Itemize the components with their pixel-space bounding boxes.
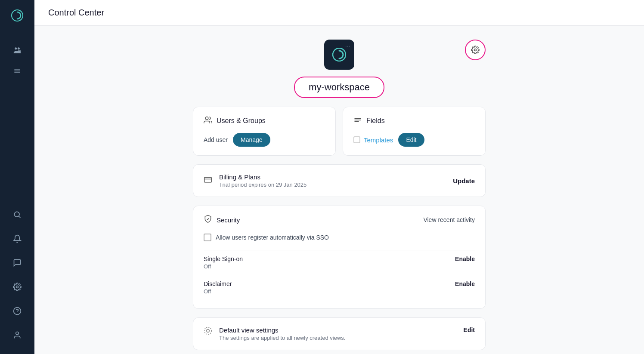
settings-gear-button[interactable] [465,40,486,60]
sso-auto-register-label: Allow users register automatically via S… [216,234,329,241]
page-title: Control Center [48,8,104,18]
default-view-info: Default view settings The settings are a… [219,326,457,341]
content-area: ··· my-workspace [34,26,644,354]
workspace-header: ··· my-workspace [193,40,486,98]
chat-icon[interactable] [9,254,26,271]
main-content: Control Center ··· my-workspace [34,0,644,354]
svg-point-10 [16,286,19,288]
disclaimer-info: Disclaimer Off [204,280,232,295]
list-icon[interactable] [9,62,26,80]
sidebar [0,0,34,354]
templates-check[interactable]: Templates [353,136,393,144]
sso-enable-button[interactable]: Enable [455,255,475,262]
svg-point-16 [205,117,208,120]
templates-label: Templates [364,136,393,144]
sso-title: Single Sign-on [204,255,243,262]
svg-rect-20 [204,177,212,182]
svg-point-23 [207,329,210,332]
sso-row: Single Sign-on Off Enable [204,250,475,275]
sso-auto-register-row: Allow users register automatically via S… [204,234,475,241]
search-icon[interactable] [9,206,26,223]
disclaimer-status: Off [204,288,232,295]
edit-fields-button[interactable]: Edit [398,133,424,147]
disclaimer-row: Disclaimer Off Enable [204,275,475,300]
gear-icon[interactable] [9,278,26,296]
fields-title: Fields [366,117,385,125]
sso-auto-register-checkbox[interactable] [204,234,211,241]
logo-icon[interactable] [9,7,26,24]
fields-card: Fields Templates Edit [343,107,486,156]
templates-checkbox[interactable] [353,136,360,143]
workspace-icon: ··· [324,40,354,70]
security-title-row: Security [204,215,240,225]
help-icon[interactable] [9,302,26,320]
default-view-inner: Default view settings The settings are a… [204,326,475,341]
disclaimer-title: Disclaimer [204,280,232,287]
billing-title: Billing & Plans [219,173,446,181]
users-groups-header: Users & Groups [204,116,325,126]
svg-point-2 [18,47,20,49]
cards-row-top: Users & Groups Add user Manage [193,107,486,156]
users-list-icon[interactable] [9,42,26,59]
svg-point-13 [16,332,19,335]
security-header: Security View recent activity [204,215,475,225]
default-view-subtitle: The settings are applied to all newly cr… [219,335,457,341]
billing-update-button[interactable]: Update [453,177,475,185]
workspace-dots: ··· [345,43,351,49]
disclaimer-enable-button[interactable]: Enable [455,280,475,287]
billing-subtitle: Trial period expires on 29 Jan 2025 [219,182,446,188]
default-view-edit-button[interactable]: Edit [464,326,475,333]
security-title: Security [217,216,240,224]
svg-point-1 [15,47,17,49]
bell-icon[interactable] [9,230,26,247]
svg-point-22 [204,327,212,335]
view-recent-activity-button[interactable]: View recent activity [423,216,475,223]
users-groups-card: Users & Groups Add user Manage [193,107,336,156]
default-view-icon [204,326,212,337]
user-icon[interactable] [9,326,26,344]
billing-info: Billing & Plans Trial period expires on … [219,173,446,188]
billing-inner: Billing & Plans Trial period expires on … [204,173,475,188]
fields-actions: Templates Edit [353,133,475,147]
security-card: Security View recent activity Allow user… [193,206,486,309]
workspace-name: my-workspace [294,77,384,98]
add-user-label[interactable]: Add user [204,136,228,143]
sidebar-bottom [9,206,26,347]
svg-point-14 [474,49,477,51]
fields-icon [353,116,362,126]
security-icon [204,215,212,225]
billing-icon [204,175,212,186]
users-groups-actions: Add user Manage [204,133,325,147]
sso-status: Off [204,263,243,270]
default-view-title: Default view settings [219,326,457,334]
svg-line-9 [19,216,21,218]
users-groups-icon [204,116,212,126]
fields-header: Fields [353,116,475,126]
manage-button[interactable]: Manage [233,133,270,147]
billing-card: Billing & Plans Trial period expires on … [193,164,486,197]
default-view-card: Default view settings The settings are a… [193,317,486,350]
header: Control Center [34,0,644,26]
svg-point-8 [14,212,19,217]
users-groups-title: Users & Groups [217,117,266,125]
sso-info: Single Sign-on Off [204,255,243,270]
